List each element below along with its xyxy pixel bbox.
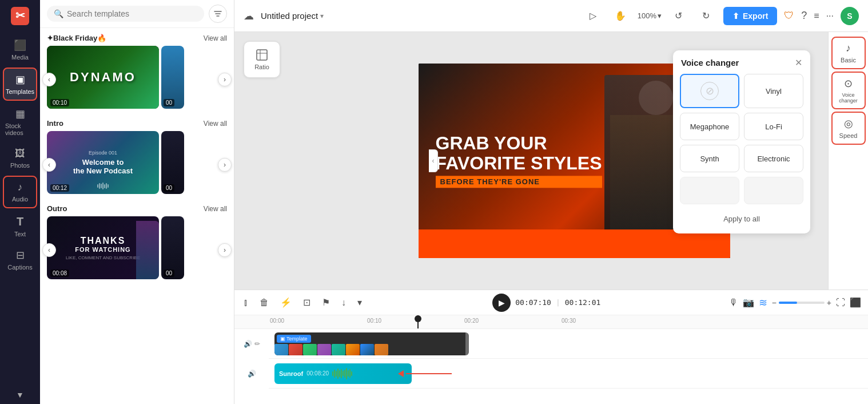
audio-waveform: [332, 368, 407, 379]
black-friday-template-card-1[interactable]: DYNAMO 00:10: [47, 46, 159, 109]
black-friday-template-card-2[interactable]: 00: [161, 46, 184, 109]
intro-template-card-2[interactable]: 00: [161, 131, 184, 194]
vc-option-electronic[interactable]: Electronic: [744, 145, 803, 172]
right-item-basic-label: Basic: [841, 57, 856, 64]
audio-arrow-indicator: [398, 370, 452, 377]
fullscreen-icon[interactable]: ⛶: [836, 298, 845, 308]
sidebar-item-templates[interactable]: ▣ Templates: [3, 68, 37, 101]
right-item-speed[interactable]: ◎ Speed: [831, 112, 866, 145]
audio-track-volume-icon[interactable]: 🔊: [248, 370, 256, 378]
camera-icon[interactable]: 📷: [743, 297, 754, 308]
help-icon[interactable]: ?: [801, 10, 807, 22]
download-tool[interactable]: ↓: [339, 295, 348, 310]
undo-button[interactable]: ↺: [668, 6, 689, 26]
intro-view-all[interactable]: View all: [204, 120, 227, 128]
video-track-clip[interactable]: ▣ Template: [274, 332, 469, 355]
template-duration-2: 00: [164, 99, 174, 106]
outro-carousel-next[interactable]: ›: [218, 243, 232, 257]
black-friday-view-all[interactable]: View all: [204, 34, 227, 42]
hand-tool-button[interactable]: ✋: [610, 6, 631, 26]
vc-option-none[interactable]: ⊘: [680, 74, 739, 108]
zoom-in-button[interactable]: +: [827, 298, 831, 307]
vc-option-extra1[interactable]: [680, 177, 739, 204]
sidebar-item-captions[interactable]: ⊟ Captions: [3, 244, 37, 275]
right-item-voice-changer[interactable]: ⊙ Voice changer: [831, 72, 866, 109]
carousel-prev-button[interactable]: ‹: [42, 73, 56, 86]
audio-wave-icon[interactable]: ≋: [759, 296, 767, 309]
text-icon: T: [17, 215, 23, 228]
intro-template-card-1[interactable]: Episode 001 Welcome to the New Podcast 0…: [47, 131, 159, 194]
flag-tool[interactable]: ⚑: [320, 295, 332, 310]
zoom-chevron-icon: ▾: [658, 11, 662, 20]
sidebar-item-stock-videos[interactable]: ▦ Stock videos: [3, 103, 37, 141]
playhead[interactable]: [417, 315, 419, 328]
outro-carousel-prev[interactable]: ‹: [42, 243, 56, 257]
ruler-tick-2: 00:20: [463, 315, 479, 328]
outro-template-card-2[interactable]: 00: [161, 216, 184, 279]
sidebar-collapse-chevron[interactable]: ▼: [16, 390, 24, 399]
vc-option-megaphone[interactable]: Megaphone: [680, 113, 739, 140]
video-frame-6: [346, 344, 360, 355]
vc-option-vinyl[interactable]: Vinyl: [744, 74, 803, 108]
zoom-out-button[interactable]: −: [772, 298, 777, 307]
vc-electronic-label: Electronic: [757, 155, 790, 163]
video-track-volume-icon[interactable]: 🔊: [244, 340, 252, 348]
video-track-edit-icon[interactable]: ✏: [254, 340, 260, 348]
waveform-bar: [349, 369, 351, 378]
waveform-bar: [346, 368, 347, 379]
collapse-panel-button[interactable]: ‹: [429, 149, 438, 172]
sidebar-item-label: Templates: [6, 88, 34, 95]
redo-button[interactable]: ↻: [696, 6, 716, 26]
project-title-text: Untitled project: [261, 11, 318, 21]
right-item-basic[interactable]: ♪ Basic: [831, 37, 866, 69]
vc-option-lofi[interactable]: Lo-Fi: [744, 113, 803, 140]
export-button[interactable]: ⬆ Export: [723, 7, 777, 25]
crop-tool[interactable]: ⊡: [301, 295, 313, 310]
intro-title: Intro: [47, 119, 63, 128]
vc-option-extra2[interactable]: [744, 177, 803, 204]
ratio-button[interactable]: Ratio: [244, 41, 280, 78]
outro-template-card-1[interactable]: THANKS FOR WATCHING LIKE, COMMENT AND SU…: [47, 216, 159, 279]
audio-track-clip[interactable]: Sunroof 00:08:20: [274, 363, 412, 384]
more-icon[interactable]: ···: [826, 11, 834, 21]
caption-icon[interactable]: ⬛: [850, 297, 861, 308]
template-duration-6: 00: [164, 270, 174, 277]
split-at-playhead-tool[interactable]: ⚡: [278, 295, 294, 310]
apply-to-all-button[interactable]: Apply to all: [680, 211, 803, 227]
voice-changer-close-button[interactable]: ✕: [795, 57, 802, 68]
sidebar-item-text[interactable]: T Text: [3, 211, 37, 242]
zoom-display[interactable]: 100% ▾: [638, 11, 662, 20]
filter-button[interactable]: [209, 5, 227, 23]
intro-carousel: ‹ Episode 001 Welcome to the New Podcast: [40, 131, 234, 199]
intro-carousel-prev[interactable]: ‹: [42, 158, 56, 172]
main-area: ☁ Untitled project ▾ ▷ ✋ 100% ▾ ↺ ↻ ⬆ Ex…: [234, 0, 868, 404]
play-button[interactable]: ▶: [492, 294, 511, 312]
outro-view-all[interactable]: View all: [204, 205, 227, 213]
ratio-label: Ratio: [254, 64, 269, 70]
menu-icon[interactable]: ≡: [814, 11, 819, 21]
play-preview-button[interactable]: ▷: [583, 6, 603, 26]
intro-carousel-next[interactable]: ›: [218, 158, 232, 172]
right-sidebar: ♪ Basic ⊙ Voice changer ◎ Speed: [828, 32, 868, 290]
podcast-title-line1: Welcome to: [82, 158, 124, 167]
sidebar-item-audio[interactable]: ♪ Audio: [3, 176, 37, 208]
timeline-ruler: 00:00 00:10 00:20 00:30: [234, 315, 868, 329]
download-chevron-tool[interactable]: ▾: [355, 295, 364, 310]
template-badge-icon: ▣: [280, 336, 285, 342]
template-badge: ▣ Template: [277, 335, 311, 343]
sidebar-item-photos[interactable]: 🖼 Photos: [3, 143, 37, 173]
carousel-next-button[interactable]: ›: [218, 73, 232, 86]
split-tool[interactable]: ⫿: [241, 295, 250, 310]
microphone-icon[interactable]: 🎙: [729, 298, 738, 308]
vc-option-synth[interactable]: Synth: [680, 145, 739, 172]
top-toolbar: ☁ Untitled project ▾ ▷ ✋ 100% ▾ ↺ ↻ ⬆ Ex…: [234, 0, 868, 32]
video-clip-resize-handle[interactable]: [465, 332, 469, 355]
project-title[interactable]: Untitled project ▾: [261, 11, 324, 21]
zoom-slider[interactable]: [779, 302, 825, 304]
user-avatar[interactable]: S: [841, 7, 859, 25]
sidebar-item-media[interactable]: ⬛ Media: [3, 34, 37, 65]
export-icon: ⬆: [732, 11, 739, 21]
intro-template-grid: Episode 001 Welcome to the New Podcast 0…: [40, 131, 191, 199]
delete-tool[interactable]: 🗑: [257, 295, 271, 310]
search-input[interactable]: [67, 9, 197, 18]
